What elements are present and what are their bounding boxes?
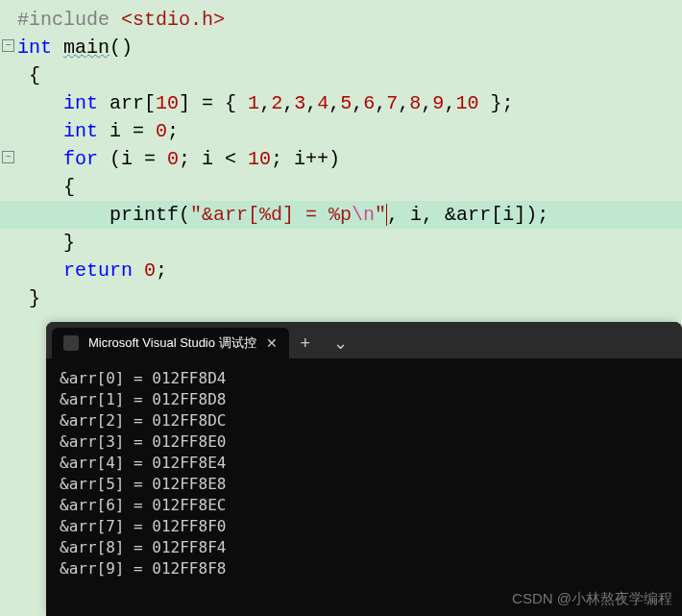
code-line: { bbox=[0, 62, 682, 89]
code-line: #include <stdio.h> bbox=[0, 6, 682, 34]
watermark: CSDN @小林熬夜学编程 bbox=[512, 590, 672, 608]
terminal-output[interactable]: &arr[0] = 012FF8D4 &arr[1] = 012FF8D8 &a… bbox=[46, 358, 682, 589]
tab-title: Microsoft Visual Studio 调试控 bbox=[88, 334, 256, 352]
array-values: 1,2,3,4,5,6,7,8,9,10 bbox=[248, 92, 478, 114]
code-line: int arr[10] = { 1,2,3,4,5,6,7,8,9,10 }; bbox=[0, 89, 682, 117]
include-path: <stdio.h> bbox=[121, 9, 225, 31]
main-identifier: main bbox=[63, 37, 110, 59]
terminal-window: Microsoft Visual Studio 调试控 ✕ + ⌄ &arr[0… bbox=[46, 322, 682, 616]
terminal-icon bbox=[63, 335, 79, 351]
code-line: − for (i = 0; i < 10; i++) bbox=[0, 145, 682, 173]
fold-minus-icon[interactable]: − bbox=[2, 39, 14, 52]
highlighted-line: printf("&arr[%d] = %p\n", i, &arr[i]); bbox=[0, 201, 682, 229]
tab-dropdown-button[interactable]: ⌄ bbox=[322, 328, 359, 358]
code-line: } bbox=[0, 229, 682, 257]
code-line: int i = 0; bbox=[0, 117, 682, 145]
new-tab-button[interactable]: + bbox=[289, 328, 323, 358]
code-editor[interactable]: #include <stdio.h> −int main() { int arr… bbox=[0, 0, 682, 312]
terminal-tab[interactable]: Microsoft Visual Studio 调试控 ✕ bbox=[52, 328, 289, 358]
preprocessor-hash: #include bbox=[17, 9, 110, 31]
close-icon[interactable]: ✕ bbox=[266, 335, 278, 351]
fold-minus-icon[interactable]: − bbox=[2, 151, 14, 163]
terminal-tab-bar: Microsoft Visual Studio 调试控 ✕ + ⌄ bbox=[46, 322, 682, 358]
code-line: −int main() bbox=[0, 34, 682, 62]
code-line: { bbox=[0, 173, 682, 201]
code-line: return 0; bbox=[0, 257, 682, 284]
code-line: } bbox=[0, 284, 682, 312]
